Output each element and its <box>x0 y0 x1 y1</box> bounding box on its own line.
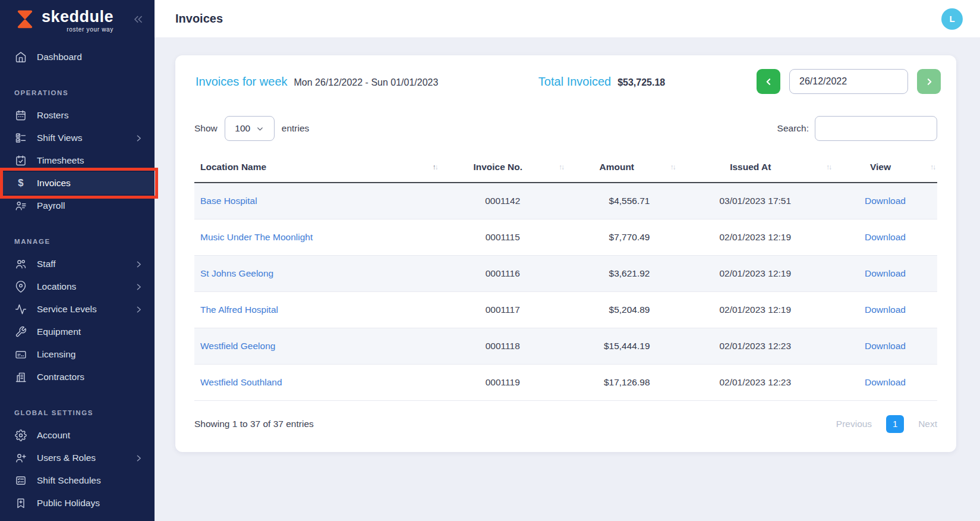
table-controls: Show 100 entries Search: <box>175 116 956 141</box>
location-link[interactable]: Westfield Southland <box>200 377 282 387</box>
skeddule-logo-icon <box>14 8 36 33</box>
page-title: Invoices <box>175 12 223 26</box>
map-pin-icon <box>14 280 27 293</box>
sidebar-item-public-holidays[interactable]: Public Holidays <box>0 492 155 514</box>
location-link[interactable]: Westfield Geelong <box>200 341 275 351</box>
sort-icon[interactable]: ↑↓ <box>930 163 935 171</box>
download-link[interactable]: Download <box>865 268 906 278</box>
amount-cell: $5,204.89 <box>566 291 678 328</box>
column-header-issued-at[interactable]: Issued At↑↓ <box>678 152 834 183</box>
sort-icon[interactable]: ↑↓ <box>826 163 831 171</box>
sidebar-item-payroll[interactable]: Payroll <box>0 194 155 217</box>
topbar: Invoices L <box>155 0 980 38</box>
download-link[interactable]: Download <box>865 377 906 387</box>
chevron-left-icon <box>765 78 773 86</box>
location-link[interactable]: Base Hospital <box>200 196 257 206</box>
table-row: The Alfred Hospital0001117$5,204.8902/01… <box>194 291 937 328</box>
avatar[interactable]: L <box>941 8 963 30</box>
table-row: Base Hospital0001142$4,556.7103/01/2023 … <box>194 183 937 219</box>
amount-cell: $17,126.98 <box>566 364 678 400</box>
logo-row: skeddule roster your way <box>0 0 155 36</box>
issued-at-cell: 02/01/2023 12:23 <box>678 328 834 364</box>
sidebar-item-timesheets[interactable]: Timesheets <box>0 149 155 172</box>
total-invoiced: Total Invoiced $53,725.18 <box>538 75 757 89</box>
location-cell: Base Hospital <box>194 183 440 219</box>
issued-at-cell: 02/01/2023 12:19 <box>678 291 834 328</box>
sidebar-item-invoices[interactable]: $Invoices <box>0 172 155 194</box>
location-link[interactable]: St Johns Geelong <box>200 268 273 278</box>
amount-cell: $4,556.71 <box>566 183 678 219</box>
view-cell: Download <box>833 291 937 328</box>
sort-icon[interactable]: ↑↓ <box>559 163 563 171</box>
bookmark-plus-icon <box>14 497 27 510</box>
sidebar-item-label: Invoices <box>37 178 71 189</box>
chevron-right-icon <box>135 260 143 268</box>
week-date-input[interactable] <box>789 69 908 94</box>
sidebar-item-staff[interactable]: Staff <box>0 253 155 275</box>
sidebar-item-users-roles[interactable]: Users & Roles <box>0 447 155 469</box>
sidebar-item-dashboard[interactable]: Dashboard <box>0 46 155 68</box>
sidebar-collapse-icon[interactable] <box>133 14 144 27</box>
pagination-page-1[interactable]: 1 <box>886 415 904 433</box>
list-check-icon <box>14 474 27 487</box>
card-header: Invoices for week Mon 26/12/2022 - Sun 0… <box>175 55 956 108</box>
chevron-right-icon <box>135 134 143 142</box>
column-header-location-name[interactable]: Location Name↑↓ <box>194 152 440 183</box>
column-header-invoice-no[interactable]: Invoice No.↑↓ <box>440 152 566 183</box>
wrench-icon <box>14 325 27 338</box>
location-link[interactable]: Music Under The Moonlight <box>200 232 313 242</box>
sidebar-item-shift-views[interactable]: Shift Views <box>0 127 155 149</box>
sidebar-item-equipment[interactable]: Equipment <box>0 321 155 343</box>
sidebar-section-global-settings: GLOBAL SETTINGS <box>0 401 155 424</box>
sort-icon[interactable]: ↑↓ <box>670 163 675 171</box>
sort-icon[interactable]: ↑↓ <box>433 163 437 171</box>
location-link[interactable]: The Alfred Hospital <box>200 305 278 315</box>
sidebar-item-label: Payroll <box>37 200 65 211</box>
column-header-amount[interactable]: Amount↑↓ <box>566 152 678 183</box>
sidebar-item-locations[interactable]: Locations <box>0 275 155 298</box>
page-size-select[interactable]: 100 <box>225 116 275 141</box>
total-invoiced-label: Total Invoiced <box>538 75 611 89</box>
sidebar-item-rosters[interactable]: Rosters <box>0 104 155 127</box>
search-input[interactable] <box>815 116 937 141</box>
sidebar-item-licensing[interactable]: Licensing <box>0 343 155 366</box>
view-cell: Download <box>833 364 937 400</box>
previous-week-button[interactable] <box>757 69 780 94</box>
dollar-icon: $ <box>14 177 27 190</box>
calendar-icon <box>14 109 27 122</box>
location-cell: Westfield Southland <box>194 364 440 400</box>
sidebar-item-label: Contractors <box>37 372 84 382</box>
checklist-icon <box>14 131 27 145</box>
logo-text: skeddule roster your way <box>42 8 114 33</box>
view-cell: Download <box>833 328 937 364</box>
column-header-view[interactable]: View↑↓ <box>833 152 937 183</box>
pagination-next[interactable]: Next <box>918 419 937 429</box>
download-link[interactable]: Download <box>865 341 906 351</box>
entries-label: entries <box>282 123 310 134</box>
download-link[interactable]: Download <box>865 196 906 206</box>
pagination-previous[interactable]: Previous <box>836 419 872 429</box>
sidebar-item-label: Shift Views <box>37 133 82 143</box>
location-cell: St Johns Geelong <box>194 255 440 291</box>
download-link[interactable]: Download <box>865 305 906 315</box>
issued-at-cell: 02/01/2023 12:19 <box>678 255 834 291</box>
sidebar-item-service-levels[interactable]: Service Levels <box>0 298 155 321</box>
id-card-icon <box>14 348 27 361</box>
sidebar: skeddule roster your way DashboardOPERAT… <box>0 0 155 521</box>
table-row: Westfield Geelong0001118$15,444.1902/01/… <box>194 328 937 364</box>
activity-icon <box>14 303 27 316</box>
amount-cell: $3,621.92 <box>566 255 678 291</box>
amount-cell: $15,444.19 <box>566 328 678 364</box>
sidebar-item-label: Staff <box>37 259 56 269</box>
next-week-button[interactable] <box>917 69 941 94</box>
download-link[interactable]: Download <box>865 232 906 242</box>
brand-name: skeddule <box>42 8 114 26</box>
table-row: Music Under The Moonlight0001115$7,770.4… <box>194 219 937 255</box>
chevron-right-icon <box>135 454 143 462</box>
view-cell: Download <box>833 219 937 255</box>
sidebar-item-shift-schedules[interactable]: Shift Schedules <box>0 469 155 492</box>
table-footer: Showing 1 to 37 of 37 entries Previous 1… <box>175 401 956 450</box>
sidebar-item-account[interactable]: Account <box>0 424 155 447</box>
sidebar-item-label: Users & Roles <box>37 453 96 463</box>
sidebar-item-contractors[interactable]: Contractors <box>0 366 155 388</box>
